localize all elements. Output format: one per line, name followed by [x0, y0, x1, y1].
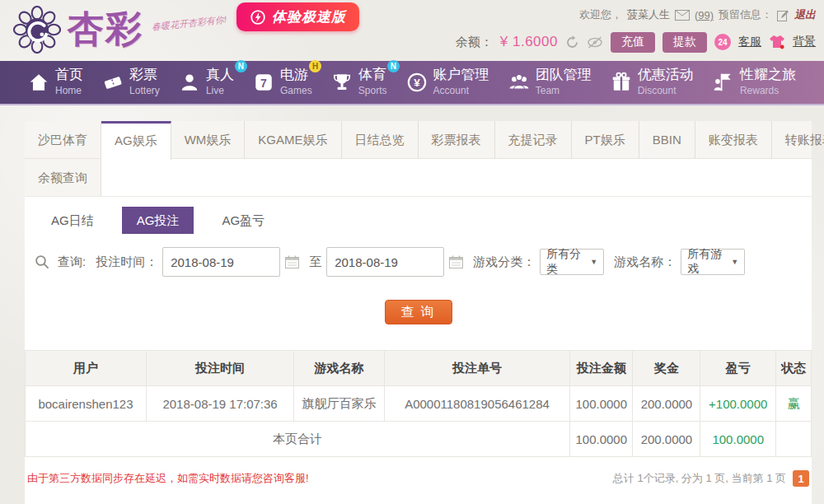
nav-item-home[interactable]: 首页Home: [28, 68, 83, 97]
team-icon: [508, 72, 530, 93]
home-icon: [28, 72, 49, 93]
customer-service-link[interactable]: 客服: [738, 35, 761, 49]
report-tab[interactable]: 彩票报表: [419, 121, 495, 158]
username: 菠菜人生: [627, 7, 670, 22]
brand-flower-icon: [13, 6, 61, 54]
search-icon: [35, 254, 49, 269]
report-tab[interactable]: WM娱乐: [171, 121, 246, 158]
bet-time-label: 投注时间：: [96, 254, 157, 270]
pagination: 总计 1个记录, 分为 1 页, 当前第 1 页 1: [613, 470, 809, 487]
cell-bet-time: 2018-08-19 17:07:36: [146, 386, 293, 422]
total-status-empty: [776, 422, 812, 457]
report-tab[interactable]: 账变报表: [695, 121, 772, 158]
nav-item-live[interactable]: 真人NLive: [179, 68, 234, 97]
nav-item-discount[interactable]: 优惠活动Discount: [611, 68, 694, 97]
background-link[interactable]: 背景: [793, 35, 816, 49]
report-tab[interactable]: 沙巴体育: [25, 121, 101, 158]
table-header-row: 用户 投注时间 游戏名称 投注单号 投注金额 奖金 盈亏 状态: [26, 351, 812, 386]
speed-badge-label: 体验极速版: [272, 7, 346, 26]
search-label: 查询:: [58, 254, 86, 270]
chevron-down-icon: ▼: [590, 258, 597, 266]
pagination-summary: 总计 1个记录, 分为 1 页, 当前第 1 页: [613, 471, 786, 486]
subtab-ag-daily[interactable]: AG日结: [36, 207, 109, 234]
total-profit: 100.0000: [700, 422, 776, 457]
cell-profit: +100.0000: [700, 386, 776, 422]
col-bet-time: 投注时间: [146, 351, 293, 386]
col-game-name: 游戏名称: [294, 351, 385, 386]
seven-tile-icon: 7: [253, 72, 274, 93]
col-user: 用户: [26, 351, 147, 386]
report-tabs-row2: 余额查询: [25, 159, 812, 197]
report-tab[interactable]: 转账报表: [772, 121, 824, 158]
subtab-ag-bets[interactable]: AG投注: [122, 207, 194, 234]
brand-logo[interactable]: 杏彩 春暖花开杏彩有你!: [13, 5, 227, 54]
report-tab[interactable]: 余额查询: [25, 159, 101, 196]
game-name-select[interactable]: 所有游戏 ▼: [681, 249, 745, 275]
person-icon: [179, 72, 200, 93]
calendar-icon[interactable]: [285, 255, 299, 268]
page-1-button[interactable]: 1: [793, 470, 809, 487]
nav-item-account[interactable]: ¥ 账户管理Account: [406, 68, 489, 97]
refresh-icon[interactable]: [565, 35, 579, 49]
date-to-input[interactable]: [326, 247, 444, 277]
col-bet-id: 投注单号: [384, 351, 569, 386]
report-tab[interactable]: 充提记录: [495, 121, 572, 158]
balance-label: 余额：: [456, 35, 493, 50]
customer-service-24-icon[interactable]: 24: [714, 34, 731, 50]
gift-icon: [611, 72, 632, 93]
report-tab-active[interactable]: AG娱乐: [101, 121, 171, 160]
welcome-text: 欢迎您，: [579, 7, 622, 22]
recharge-button[interactable]: 充值: [611, 32, 655, 53]
query-button[interactable]: 查 询: [385, 300, 452, 324]
report-tabs-row1: 沙巴体育 AG娱乐 WM娱乐 KGAME娱乐 日结总览 彩票报表 充提记录 PT…: [25, 121, 812, 159]
nav-item-sports[interactable]: 体育NSports: [331, 68, 387, 97]
table-total-row: 本页合计 100.0000 200.0000 100.0000: [26, 422, 812, 457]
mail-icon[interactable]: [675, 10, 690, 21]
brand-slogan: 春暖花开杏彩有你!: [151, 13, 227, 33]
yuan-coin-icon: ¥: [406, 72, 428, 93]
filter-bar: 查询: 投注时间： 至 游戏分类： 所有分类 ▼ 游戏名称： 所有游戏 ▼: [35, 247, 812, 277]
col-profit: 盈亏: [700, 351, 776, 386]
reserved-info-label: 预留信息：: [719, 7, 772, 22]
edit-icon[interactable]: [777, 9, 789, 21]
panel-footer: 由于第三方数据同步存在延迟，如需实时数据请您咨询客服! 总计 1个记录, 分为 …: [25, 470, 812, 487]
logout-link[interactable]: 退出: [794, 7, 816, 22]
speed-version-badge[interactable]: 体验极速版: [236, 2, 359, 31]
select-value: 所有分类: [546, 247, 590, 277]
total-prize: 200.0000: [633, 422, 700, 457]
report-tab[interactable]: KGAME娱乐: [245, 121, 341, 158]
game-category-label: 游戏分类：: [473, 254, 535, 270]
game-category-select[interactable]: 所有分类 ▼: [540, 249, 604, 275]
mail-count-link[interactable]: (99): [695, 9, 714, 21]
total-bet-amount: 100.0000: [570, 422, 633, 457]
cell-prize: 200.0000: [633, 386, 700, 422]
nav-item-rewards[interactable]: 性耀之旅Rewards: [713, 68, 796, 97]
withdraw-button[interactable]: 提款: [662, 32, 707, 53]
shirt-icon[interactable]: [769, 35, 785, 49]
calendar-icon[interactable]: [449, 255, 463, 268]
svg-text:7: 7: [260, 77, 267, 90]
nav-item-team[interactable]: 团队管理Team: [508, 68, 592, 97]
report-tab[interactable]: PT娱乐: [572, 121, 639, 158]
cell-bet-amount: 100.0000: [570, 386, 633, 422]
col-prize: 奖金: [633, 351, 700, 386]
to-label: 至: [309, 254, 321, 270]
report-tab[interactable]: 日结总览: [342, 121, 419, 158]
cell-status: 赢: [776, 386, 812, 422]
lightning-ball-icon: [250, 9, 266, 26]
eye-off-icon[interactable]: [587, 36, 603, 49]
main-panel: 沙巴体育 AG娱乐 WM娱乐 KGAME娱乐 日结总览 彩票报表 充提记录 PT…: [25, 121, 812, 504]
balance-amount: ¥ 1.6000: [500, 34, 558, 50]
header: 杏彩 春暖花开杏彩有你! 体验极速版 欢迎您， 菠菜人生 (99) 预留信息：: [0, 0, 824, 61]
nav-item-lottery[interactable]: 彩票Lottery: [102, 68, 160, 97]
table-row: bocairenshen123 2018-08-19 17:07:36 旗舰厅百…: [26, 386, 812, 422]
chevron-down-icon: ▼: [731, 258, 738, 266]
subtab-ag-profit[interactable]: AG盈亏: [207, 207, 279, 234]
nav-item-games[interactable]: 7 电游HGames: [253, 68, 312, 97]
date-from-input[interactable]: [162, 247, 280, 277]
cell-user: bocairenshen123: [26, 386, 147, 422]
svg-text:¥: ¥: [414, 77, 420, 89]
main-nav: 首页Home 彩票Lottery 真人NLive 7 电游HGames 体育NS…: [0, 61, 824, 105]
report-tab[interactable]: BBIN: [639, 121, 695, 158]
select-value: 所有游戏: [687, 247, 731, 277]
